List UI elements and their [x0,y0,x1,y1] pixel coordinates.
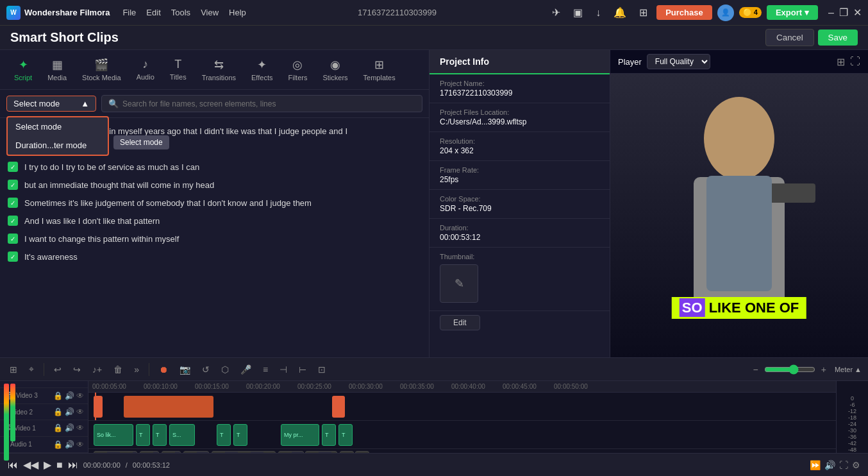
purchase-button[interactable]: Purchase [656,5,712,20]
split-icon[interactable]: ⊣ [276,362,290,377]
export-button[interactable]: Export ▾ [767,5,818,20]
share-icon[interactable]: ▣ [569,5,587,20]
track-layout-icon[interactable]: ⊞ [6,362,21,377]
menu-edit[interactable]: Edit [146,8,160,17]
grid-view-icon[interactable]: ⊞ [837,56,845,68]
video3-track-row[interactable] [88,393,836,421]
toolbar-stickers[interactable]: ◉ Stickers [315,55,355,84]
video2-clip-1[interactable]: So lik... [94,424,133,446]
crop-icon[interactable]: ⊡ [315,362,329,377]
track-visibility-icon[interactable]: 👁 [76,423,84,432]
toolbar-filters[interactable]: ◎ Filters [280,55,315,84]
prev-frame-button[interactable]: ⏮ [8,459,18,471]
cancel-button[interactable]: Cancel [765,29,814,46]
video1-clip-4[interactable]: vi... [183,451,209,453]
track-volume-icon[interactable]: 🔊 [65,423,74,432]
delete-button[interactable]: 🗑 [110,362,126,377]
select-mode-dropdown[interactable]: Select mode ▲ [6,96,96,112]
dropdown-item-duration-mode[interactable]: Duration...ter mode [8,136,108,155]
dropdown-item-select-mode[interactable]: Select mode [8,117,108,136]
checkbox[interactable]: ✓ [8,180,18,190]
toolbar-stock-media[interactable]: 🎬 Stock Media [74,55,129,84]
track-volume-icon[interactable]: 🔊 [65,391,74,400]
track-visibility-icon[interactable]: 👁 [76,391,84,400]
track-visibility-icon[interactable]: 👁 [76,440,84,449]
checkbox[interactable]: ✓ [8,251,18,262]
video2-clip-5[interactable]: T [217,424,231,446]
edit-button[interactable]: Edit [440,315,480,330]
save-button[interactable]: Save [818,30,858,46]
clip-icon[interactable]: ⊢ [296,362,310,377]
video1-clip-8[interactable] [340,451,354,453]
toolbar-templates[interactable]: ⊞ Templates [356,55,403,84]
bell-icon[interactable]: 🔔 [610,5,630,20]
apps-icon[interactable]: ⊞ [635,5,651,20]
video2-clip-8[interactable]: T [322,424,336,446]
track-lock-icon[interactable]: 🔒 [53,423,63,432]
zoom-slider[interactable] [764,364,815,375]
quality-select[interactable]: Full Quality [647,54,710,69]
video1-clip-1[interactable]: video... [94,451,137,453]
zoom-out-button[interactable]: − [750,362,762,377]
send-icon[interactable]: ✈ [548,5,564,20]
toolbar-script[interactable]: ✦ Script [6,55,40,84]
video1-clip-2[interactable] [140,451,159,453]
checkbox[interactable]: ✓ [8,198,18,208]
stop-button[interactable]: ■ [56,459,63,471]
settings-icon[interactable]: ⚙ [852,460,860,470]
download-icon[interactable]: ↓ [592,6,605,20]
record-btn[interactable]: ⏺ [156,362,171,377]
toolbar-transitions[interactable]: ⇆ Transitions [194,55,244,84]
track-volume-icon[interactable]: 🔊 [65,407,74,416]
camera-icon[interactable]: 📷 [176,362,194,377]
toolbar-audio[interactable]: ♪ Audio [129,55,162,84]
play-button[interactable]: ▶ [44,459,51,471]
list-item[interactable]: ✓ It's awareness [0,248,429,266]
menu-help[interactable]: Help [229,8,246,17]
zoom-in-button[interactable]: + [818,362,830,377]
toolbar-media[interactable]: ▦ Media [40,55,74,84]
toolbar-effects[interactable]: ✦ Effects [244,55,280,84]
video2-clip-4[interactable]: S... [169,424,195,446]
video1-clip-6[interactable] [278,451,304,453]
caption-icon[interactable]: ≡ [260,362,271,377]
list-item[interactable]: ✓ but an immediate thought that will com… [0,176,429,194]
video3-clip-3[interactable] [332,396,345,418]
list-item[interactable]: ✓ Sometimes it's like judgement of someb… [0,194,429,212]
playback-speed-icon[interactable]: ⏩ [810,460,821,470]
track-lock-icon[interactable]: 🔒 [53,391,63,400]
close-button[interactable]: ✕ [853,6,862,19]
track-lock-icon[interactable]: 🔒 [53,440,63,449]
video1-clip-3[interactable] [162,451,181,453]
add-audio-icon[interactable]: ♪+ [89,362,105,377]
maximize-button[interactable]: ❐ [839,6,848,19]
video2-clip-9[interactable]: T [338,424,353,446]
track-area[interactable]: 00:00:05:00 00:00:10:00 00:00:15:00 00:0… [88,381,836,453]
fullscreen-button[interactable]: ⛶ [839,460,848,470]
video1-track-row[interactable]: video... vi... video... [88,449,836,453]
video2-clip-2[interactable]: T [136,424,150,446]
checkbox[interactable]: ✓ [8,162,18,172]
search-input[interactable] [122,99,415,108]
shield-icon[interactable]: ⬡ [218,362,232,377]
volume-icon[interactable]: 🔊 [824,460,835,470]
fullscreen-icon[interactable]: ⛶ [850,56,860,68]
track-lock-icon[interactable]: 🔒 [53,407,63,416]
undo-button[interactable]: ↩ [51,362,65,377]
video2-clip-7[interactable]: My pr... [281,424,319,446]
video1-clip-7[interactable]: video... [305,451,337,453]
menu-view[interactable]: View [201,8,219,17]
checkbox[interactable]: ✓ [8,234,18,244]
checkbox[interactable]: ✓ [8,216,18,226]
list-item[interactable]: ✓ I want to change this pattern within m… [0,230,429,248]
menu-file[interactable]: File [122,8,136,17]
list-item[interactable]: ✓ And I was like I don't like that patte… [0,212,429,230]
magnet-icon[interactable]: ⌖ [26,362,37,377]
video1-clip-5[interactable] [212,451,276,453]
loop-icon[interactable]: ↺ [199,362,213,377]
project-info-tab[interactable]: Project Info [430,50,610,74]
meter-label[interactable]: Meter ▲ [835,366,862,373]
search-bar[interactable]: 🔍 [101,95,422,112]
next-frame-button[interactable]: ⏭ [68,459,78,471]
video2-clip-3[interactable]: T [153,424,167,446]
